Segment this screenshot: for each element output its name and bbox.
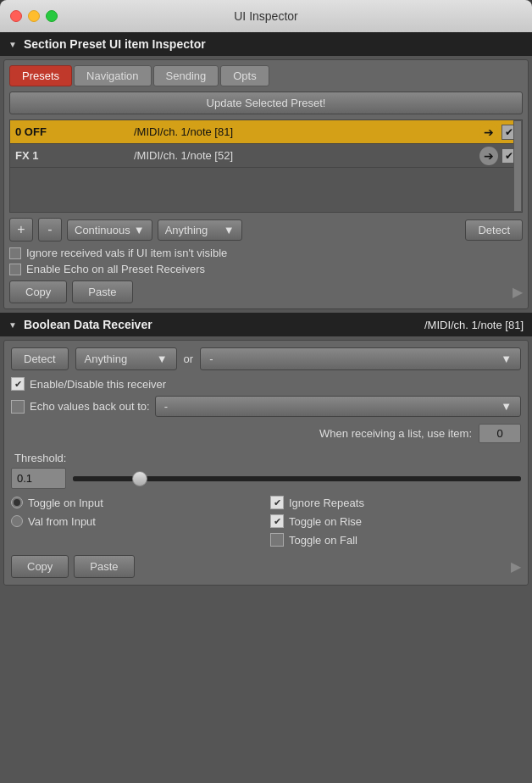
remove-preset-button[interactable]: - [38, 218, 62, 242]
threshold-label: Threshold: [11, 452, 521, 464]
echo-checkbox-row: Enable Echo on all Preset Receivers [9, 263, 523, 275]
toggle-on-fall-row: Toggle on Fall [270, 533, 521, 547]
echo-row: Echo values back out to: - ▼ [11, 396, 521, 417]
enable-label: Enable/Disable this receiver [30, 378, 166, 391]
preset-list-scrollbar[interactable] [513, 120, 522, 212]
section2-collapse-icon[interactable]: ▼ [8, 320, 17, 330]
options-grid: Toggle on Input ✔ Ignore Repeats Val fro… [11, 496, 521, 547]
preset-goto-icon-0[interactable]: ➔ [479, 123, 498, 142]
list-item-input[interactable] [479, 424, 521, 443]
threshold-slider-thumb[interactable] [132, 471, 147, 486]
filter-dropdown-arrow: ▼ [224, 224, 235, 236]
controls-row: + - Continuous ▼ Anything ▼ Detect [9, 218, 523, 242]
enable-checkbox[interactable]: ✔ [11, 377, 25, 391]
section1-panel: Presets Navigation Sending Opts Update S… [3, 59, 529, 309]
preset-path-1: /MIDI/ch. 1/note [52] [129, 146, 479, 165]
ignore-checkbox-row: Ignore received vals if UI item isn't vi… [9, 247, 523, 259]
update-preset-button[interactable]: Update Selected Preset! [9, 92, 523, 114]
threshold-section: Threshold: [11, 452, 521, 489]
enable-row: ✔ Enable/Disable this receiver [11, 377, 521, 391]
echo-checkbox[interactable] [9, 264, 21, 275]
detect-row: Detect Anything ▼ or - ▼ [11, 347, 521, 370]
tab-opts[interactable]: Opts [220, 65, 269, 86]
type-dropdown[interactable]: Continuous ▼ [67, 219, 152, 241]
toggle-on-input-row: Toggle on Input [11, 496, 262, 509]
section2-scroll-arrow: ▶ [511, 558, 521, 575]
preset-name-0: 0 OFF [10, 122, 129, 142]
section1-header: ▼ Section Preset UI item Inspector [0, 32, 532, 56]
section1-copy-button[interactable]: Copy [9, 280, 67, 303]
echo-back-checkbox[interactable] [11, 400, 25, 414]
or-label: or [184, 353, 194, 365]
section1-collapse-icon[interactable]: ▼ [8, 40, 17, 49]
anything-dropdown-arrow: ▼ [157, 353, 168, 365]
val-from-input-label: Val from Input [28, 515, 96, 528]
toggle-on-fall-checkbox[interactable] [270, 533, 284, 547]
section2-paste-button[interactable]: Paste [74, 555, 134, 578]
preset-row[interactable]: FX 1 /MIDI/ch. 1/note [52] ➔ ✔ [10, 144, 522, 168]
preset-goto-icon-1[interactable]: ➔ [479, 147, 498, 165]
minimize-button[interactable] [28, 10, 40, 22]
section2-title: Boolean Data Receiver [24, 318, 152, 331]
toggle-on-rise-label: Toggle on Rise [289, 515, 362, 528]
close-button[interactable] [10, 10, 22, 22]
toggle-on-fall-label: Toggle on Fall [289, 534, 357, 547]
main-content: ▼ Section Preset UI item Inspector Prese… [0, 32, 532, 783]
echo-dropdown-arrow: ▼ [501, 400, 512, 413]
toggle-on-input-radio[interactable] [11, 497, 23, 508]
maximize-button[interactable] [46, 10, 58, 22]
section1-paste-button[interactable]: Paste [72, 280, 132, 303]
section2-copy-paste-row: Copy Paste ▶ [11, 555, 521, 578]
section2-copy-button[interactable]: Copy [11, 555, 69, 578]
preset-row[interactable]: 0 OFF /MIDI/ch. 1/note [81] ➔ ✔ [10, 120, 522, 144]
add-preset-button[interactable]: + [9, 218, 33, 242]
detect-button[interactable]: Detect [465, 219, 523, 241]
tab-sending[interactable]: Sending [153, 65, 219, 86]
ignore-repeats-label: Ignore Repeats [289, 497, 364, 509]
echo-back-label: Echo values back out to: [30, 400, 150, 413]
anything-dropdown[interactable]: Anything ▼ [75, 347, 177, 370]
section1-scroll-arrow: ▶ [513, 284, 523, 300]
titlebar: UI Inspector [0, 0, 532, 32]
dash-dropdown[interactable]: - ▼ [200, 347, 521, 370]
type-dropdown-arrow: ▼ [134, 224, 145, 236]
section1-title: Section Preset UI item Inspector [24, 37, 206, 51]
preset-name-1: FX 1 [10, 146, 129, 165]
section2-path: /MIDI/ch. 1/note [81] [424, 319, 524, 331]
section1-copy-paste-row: Copy Paste ▶ [9, 280, 523, 303]
window-title: UI Inspector [234, 9, 297, 23]
val-from-input-radio[interactable] [11, 515, 23, 527]
ignore-repeats-checkbox[interactable]: ✔ [270, 496, 284, 509]
list-item-label: When receiving a list, use item: [319, 427, 472, 440]
echo-checkbox-label: Enable Echo on all Preset Receivers [26, 263, 205, 275]
traffic-lights [10, 10, 58, 22]
list-item-row: When receiving a list, use item: [11, 424, 521, 443]
preset-list: 0 OFF /MIDI/ch. 1/note [81] ➔ ✔ FX 1 /MI… [9, 119, 523, 213]
section2-header: ▼ Boolean Data Receiver /MIDI/ch. 1/note… [0, 313, 532, 336]
val-from-input-row: Val from Input [11, 514, 262, 528]
tab-navigation[interactable]: Navigation [74, 65, 151, 86]
section2-panel: Detect Anything ▼ or - ▼ ✔ Enable/Disabl… [3, 340, 529, 586]
ignore-checkbox-label: Ignore received vals if UI item isn't vi… [26, 247, 227, 259]
dash-dropdown-arrow: ▼ [501, 353, 512, 365]
ignore-checkbox[interactable] [9, 247, 21, 259]
threshold-slider-track[interactable] [73, 476, 521, 481]
toggle-on-input-label: Toggle on Input [28, 497, 103, 509]
filter-dropdown[interactable]: Anything ▼ [158, 219, 242, 241]
toggle-on-rise-checkbox[interactable]: ✔ [270, 514, 284, 528]
slider-container [11, 468, 521, 489]
toggle-on-rise-row: ✔ Toggle on Rise [270, 514, 521, 528]
threshold-input[interactable] [11, 468, 66, 489]
detect-button2[interactable]: Detect [11, 347, 69, 370]
tab-presets[interactable]: Presets [9, 65, 72, 86]
ignore-repeats-row: ✔ Ignore Repeats [270, 496, 521, 509]
echo-back-dropdown[interactable]: - ▼ [155, 396, 521, 417]
empty-left-row [11, 533, 262, 547]
preset-path-0: /MIDI/ch. 1/note [81] [129, 122, 479, 142]
tabs-row: Presets Navigation Sending Opts [9, 65, 523, 86]
